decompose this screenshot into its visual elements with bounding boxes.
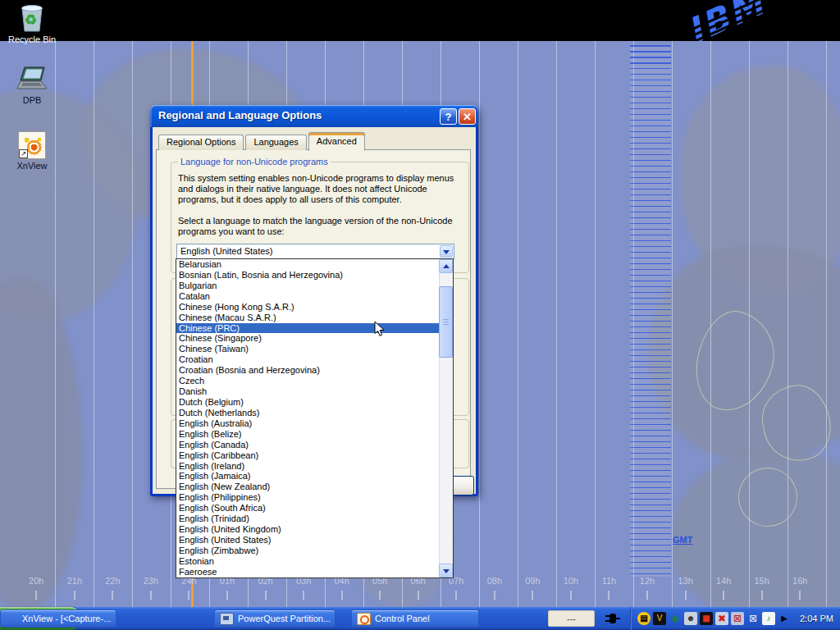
language-option[interactable]: English (Caribbean) [176,450,439,461]
removable-storage-icon[interactable]: ▤ [637,612,651,625]
language-option[interactable]: English (Trinidad) [176,514,439,524]
language-option[interactable]: English (United Kingdom) [176,524,439,535]
language-option[interactable]: Bulgarian [176,281,439,291]
hour-label: 13h [666,576,705,600]
combobox-value: English (United States) [180,246,273,256]
hour-label: 09h [514,576,552,600]
icon-label: XnView [15,161,48,171]
capture-scheduler-icon[interactable]: ▶ [778,612,791,625]
language-option[interactable]: English (New Zealand) [176,482,439,492]
dpb-computer-icon[interactable]: DPB [1,66,63,105]
language-option[interactable]: Belarusian [176,259,439,270]
hour-tick [226,591,228,600]
scrollbar-thumb[interactable] [439,286,453,358]
deskband-toolbar[interactable]: --- [548,610,595,627]
language-option[interactable]: Dutch (Netherlands) [176,408,439,418]
hour-scale: 20h 21h 22h 23h [17,576,825,600]
volume-icon[interactable]: ♪ [762,612,775,625]
language-option[interactable]: Czech [176,376,439,386]
dialog-tab[interactable]: Languages [245,135,306,150]
recycle-bin-icon[interactable]: ♻ Recycle Bin [1,3,63,44]
taskbar-button-control-panel[interactable]: Control Panel [351,609,479,628]
taskbar-button-powerquest[interactable]: PowerQuest Partition... [214,609,336,628]
combobox-dropdown-button[interactable] [440,245,453,258]
scrollbar-grip [443,319,449,326]
taskbar-clock[interactable]: 2:04 PM [800,614,833,623]
regional-language-options-dialog: Regional and Language Options ? ✕ Region… [150,105,478,496]
xnview-shortcut-icon[interactable]: ↗ XnView [1,131,63,171]
dialog-tab[interactable]: Regional Options [158,135,244,150]
language-option[interactable]: English (Ireland) [176,461,439,472]
connection-error-icon[interactable]: ⊠ [746,612,760,625]
mouse-cursor [374,321,386,339]
language-option[interactable]: English (Belize) [176,429,439,440]
dropdown-scrollbar[interactable] [439,259,453,578]
hour-label: 06h [399,576,437,600]
hour-label: 14h [705,576,743,600]
hour-tick [35,591,37,600]
dialog-title: Regional and Language Options [158,109,322,121]
media-blocked-icon[interactable]: ✖ [715,612,728,625]
language-option[interactable]: Faeroese [176,567,439,578]
laptop-art [16,66,48,94]
language-option[interactable]: Chinese (Hong Kong S.A.R.) [176,302,439,313]
hour-tick [608,591,609,600]
help-button[interactable]: ? [440,108,457,125]
dialog-tab[interactable]: Advanced [308,132,365,151]
language-option[interactable]: Croatian (Bosnia and Herzegovina) [176,365,439,376]
language-option[interactable]: Chinese (Singapore) [176,333,439,344]
close-button[interactable]: ✕ [459,108,476,125]
shortcut-arrow-icon: ↗ [19,149,28,158]
hour-tick [265,591,267,600]
language-option[interactable]: Bosnian (Latin, Bosnia and Herzegovina) [176,270,439,281]
chevron-down-icon [443,250,450,254]
taskbar-button-xnview[interactable]: XnView - [<Capture-... [0,609,116,628]
power-plug-icon [605,612,621,627]
dialog-titlebar[interactable]: Regional and Language Options ? ✕ [150,105,478,127]
language-option[interactable]: Chinese (PRC) [176,323,439,334]
hour-tick [418,591,419,600]
language-option[interactable]: English (Philippines) [176,492,439,503]
hour-tick [303,591,304,600]
language-option[interactable]: Catalan [176,291,439,302]
window-app-icon [220,613,234,625]
hour-label: 12h [628,576,667,600]
language-option[interactable]: English (Canada) [176,440,439,450]
desktop-screen: GMT 20h 21h 22h 23h [0,0,840,630]
language-option[interactable]: English (South Africa) [176,503,439,514]
language-option[interactable]: Croatian [176,354,439,365]
language-option[interactable]: Danish [176,386,439,397]
language-option[interactable]: English (Australia) [176,418,439,429]
system-tray: ▤ V ◆ ☻ ▦ ✖ ⊠ ⊠ ♪ ▶ [630,607,840,630]
display-error-icon[interactable]: ⊠ [731,612,744,625]
hour-tick [341,591,343,600]
hour-tick [532,591,533,600]
backup-warning-icon[interactable]: ◆ [669,612,682,625]
language-option[interactable]: Dutch (Belgium) [176,397,439,408]
hour-tick [685,591,687,600]
language-option[interactable]: Chinese (Taiwan) [176,344,439,354]
language-combobox[interactable]: English (United States) [176,244,454,259]
hour-tick [799,591,801,600]
offline-contacts-icon[interactable]: ☻ [684,612,697,625]
hour-tick [188,591,189,600]
network-computer-icon[interactable]: ▦ [700,612,713,625]
chevron-up-icon [443,264,450,268]
language-option[interactable]: English (Zimbabwe) [176,546,439,556]
language-option[interactable]: Chinese (Macau S.A.R.) [176,313,439,323]
antivirus-guard-icon[interactable]: V [653,612,666,625]
scroll-down-button[interactable] [439,564,453,578]
language-dropdown-list: Belarusian Bosnian (Latin, Bosnia and He… [176,258,454,578]
hour-label: 08h [476,576,514,600]
xnview-art: ↗ [18,131,46,159]
language-select-instruction: Select a language to match the language … [178,216,463,237]
window-app-icon [357,613,371,625]
language-option[interactable]: English (United States) [176,535,439,546]
hour-label: 23h [132,576,171,600]
language-option[interactable]: English (Jamaica) [176,471,439,482]
language-option[interactable]: Estonian [176,556,439,567]
hour-tick [570,591,572,600]
hour-label: 05h [361,576,399,600]
dialog-tabs: Regional Options Languages Advanced [158,132,367,150]
scroll-up-button[interactable] [439,259,453,273]
